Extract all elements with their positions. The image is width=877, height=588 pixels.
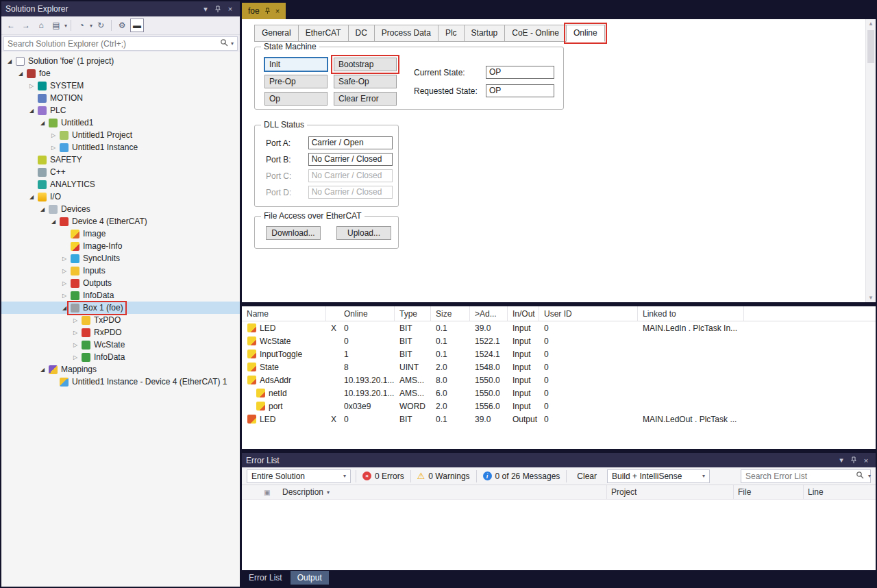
solution-search-box[interactable]: ▾ (3, 36, 238, 51)
tree-item-untitled1-instance-device-4-ethercat-1[interactable]: Untitled1 Instance - Device 4 (EtherCAT)… (1, 376, 240, 388)
column-line[interactable]: Line (804, 485, 876, 499)
expand-expander-icon[interactable]: ▷ (60, 293, 69, 299)
bottom-tab-output[interactable]: Output (291, 571, 329, 585)
warnings-filter-button[interactable]: ⚠ 0 Warnings (416, 471, 471, 481)
column-linked-to[interactable]: Linked to (638, 306, 744, 321)
tab-online[interactable]: Online (566, 25, 605, 42)
tab-dc[interactable]: DC (348, 25, 375, 42)
pin-icon[interactable] (264, 8, 271, 14)
tree-item-image-info[interactable]: Image-Info (1, 240, 240, 252)
tree-item-syncunits[interactable]: ▷SyncUnits (1, 252, 240, 265)
search-icon[interactable] (220, 38, 228, 49)
collapse-expander-icon[interactable]: ◢ (27, 108, 36, 114)
expand-expander-icon[interactable]: ▷ (27, 83, 36, 89)
collapse-expander-icon[interactable]: ◢ (38, 206, 47, 212)
window-position-icon[interactable]: ▾ (836, 455, 847, 466)
tree-item-motion[interactable]: MOTION (1, 92, 240, 104)
document-tab-foe[interactable]: foe × (242, 3, 286, 19)
tree-item-solution-foe-1-project[interactable]: ◢Solution 'foe' (1 project) (1, 55, 240, 67)
back-icon[interactable]: ← (4, 19, 18, 32)
grid-row-adsaddr[interactable]: AdsAddr10.193.20.1...AMS...8.01550.0Inpu… (242, 373, 876, 387)
tree-item-analytics[interactable]: ANALYTICS (1, 178, 240, 191)
tree-item-foe[interactable]: ◢foe (1, 67, 240, 79)
tree-item-device-4-ethercat[interactable]: ◢Device 4 (EtherCAT) (1, 215, 240, 228)
tree-item-system[interactable]: ▷SYSTEM (1, 79, 240, 92)
requested-state-field[interactable]: OP (486, 84, 554, 97)
collapse-expander-icon[interactable]: ◢ (27, 194, 36, 200)
close-icon[interactable]: × (275, 7, 280, 15)
tree-item-plc[interactable]: ◢PLC (1, 104, 240, 117)
expand-expander-icon[interactable]: ▷ (71, 354, 79, 360)
expand-expander-icon[interactable]: ▷ (71, 317, 79, 323)
tree-item-box-1-foe[interactable]: ◢Box 1 (foe) (1, 302, 240, 314)
tree-item-rxpdo[interactable]: ▷RxPDO (1, 326, 240, 339)
tree-item-c[interactable]: C++ (1, 166, 240, 178)
scope-dropdown[interactable]: Entire Solution ▾ (247, 469, 351, 483)
tab-plc[interactable]: Plc (438, 25, 465, 42)
column-inout[interactable]: In/Out (508, 306, 539, 321)
expand-expander-icon[interactable]: ▷ (60, 256, 69, 262)
filter-dropdown[interactable]: Build + IntelliSense ▾ (607, 469, 710, 483)
column-name[interactable]: Name (242, 306, 326, 321)
tree-item-image[interactable]: Image (1, 228, 240, 240)
safe-op-button[interactable]: Safe-Op (334, 75, 397, 88)
grid-row-led[interactable]: LEDX0BIT0.139.0Output0MAIN.LedOut . PlcT… (242, 413, 876, 426)
errors-filter-button[interactable]: × 0 Errors (361, 471, 406, 481)
tree-item-i-o[interactable]: ◢I/O (1, 191, 240, 203)
tab-process-data[interactable]: Process Data (374, 25, 438, 42)
search-icon[interactable] (856, 471, 864, 481)
dropdown-caret-icon[interactable]: ▾ (90, 23, 92, 29)
port-status-field[interactable]: Carrier / Open (308, 136, 393, 149)
scroll-down-icon[interactable]: ▼ (866, 295, 876, 301)
tree-item-devices[interactable]: ◢Devices (1, 203, 240, 215)
tree-item-untitled1-project[interactable]: ▷Untitled1 Project (1, 129, 240, 141)
expand-expander-icon[interactable]: ▷ (71, 342, 79, 348)
grid-row-wcstate[interactable]: WcState0BIT0.11522.1Input0 (242, 334, 876, 347)
tree-item-safety[interactable]: SAFETY (1, 154, 240, 166)
tree-item-wcstate[interactable]: ▷WcState (1, 339, 240, 351)
collapse-expander-icon[interactable]: ◢ (16, 71, 25, 77)
port-status-field[interactable]: No Carrier / Closed (308, 169, 393, 182)
expand-expander-icon[interactable]: ▷ (71, 330, 79, 336)
op-button[interactable]: Op (264, 92, 328, 106)
expand-expander-icon[interactable]: ▷ (49, 145, 58, 151)
expand-expander-icon[interactable]: ▷ (60, 280, 69, 286)
grid-row-netid[interactable]: netId10.193.20.1...AMS...6.01550.0Input0 (242, 387, 876, 400)
init-button[interactable]: Init (264, 58, 328, 71)
properties-wrench-icon[interactable]: ⚙ (115, 19, 129, 32)
close-icon[interactable]: × (861, 455, 872, 466)
suppression-state-icon[interactable]: ▣ (260, 485, 272, 499)
tree-item-inputs[interactable]: ▷Inputs (1, 265, 240, 277)
error-list-titlebar[interactable]: Error List ▾ × (242, 453, 876, 467)
close-icon[interactable]: × (225, 3, 236, 14)
pre-op-button[interactable]: Pre-Op (264, 75, 328, 88)
port-status-field[interactable]: No Carrier / Closed (308, 153, 393, 166)
column-file[interactable]: File (734, 485, 804, 499)
column-online[interactable]: Online (326, 306, 395, 321)
tree-item-untitled1-instance[interactable]: ▷Untitled1 Instance (1, 141, 240, 154)
clear-error-button[interactable]: Clear Error (334, 92, 397, 106)
clear-button[interactable]: Clear (571, 470, 602, 482)
tree-item-infodata[interactable]: ▷InfoData (1, 289, 240, 302)
solution-search-input[interactable] (8, 39, 217, 49)
tab-coe-online[interactable]: CoE - Online (504, 25, 567, 42)
tree-item-txpdo[interactable]: ▷TxPDO (1, 314, 240, 326)
tree-item-infodata[interactable]: ▷InfoData (1, 351, 240, 363)
expand-expander-icon[interactable]: ▷ (60, 268, 69, 274)
vertical-scrollbar[interactable]: ▲ ▼ (865, 19, 876, 302)
column-user-id[interactable]: User ID (539, 306, 638, 321)
grid-row-state[interactable]: State8UINT2.01548.0Input0 (242, 360, 876, 373)
collapse-expander-icon[interactable]: ◢ (38, 120, 47, 126)
window-position-icon[interactable]: ▾ (200, 3, 211, 14)
search-options-caret-icon[interactable]: ▾ (231, 40, 234, 47)
scroll-up-icon[interactable]: ▲ (866, 21, 876, 27)
bootstrap-button[interactable]: Bootstrap (334, 58, 397, 71)
collapse-expander-icon[interactable]: ◢ (38, 367, 47, 373)
expand-expander-icon[interactable]: ▷ (49, 132, 58, 138)
tab-startup[interactable]: Startup (464, 25, 506, 42)
column-address[interactable]: >Ad... (470, 306, 508, 321)
column-project[interactable]: Project (607, 485, 734, 499)
port-status-field[interactable]: No Carrier / Closed (308, 186, 393, 199)
tree-item-mappings[interactable]: ◢Mappings (1, 363, 240, 376)
grid-row-port[interactable]: port0x03e9WORD2.01556.0Input0 (242, 400, 876, 413)
